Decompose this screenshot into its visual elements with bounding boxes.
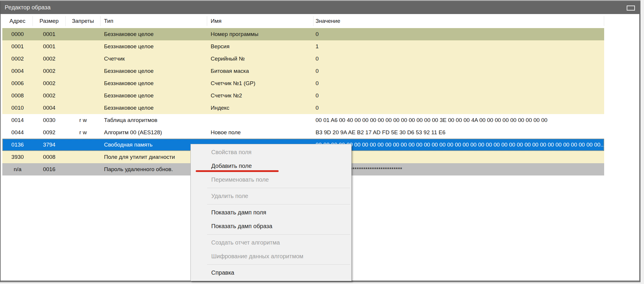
cell-address: 3930 — [2, 154, 33, 160]
cell-address: 0044 — [2, 129, 33, 136]
cell-name: Новое поле — [207, 129, 314, 136]
context-menu-item: Переименовать поле — [191, 173, 351, 187]
context-menu-separator — [207, 234, 350, 235]
cell-address: 0006 — [2, 80, 33, 87]
window-title: Редактор образа — [1, 4, 51, 11]
cell-value: 00 01 A6 00 40 00 00 00 00 00 00 00 00 0… — [314, 117, 604, 123]
table-row[interactable]: 0044 0092 r w Алгоритм 00 (AES128) Новое… — [2, 126, 604, 139]
cell-address: 0001 — [2, 43, 33, 50]
cell-size: 0030 — [33, 117, 66, 123]
context-menu-separator — [207, 204, 350, 204]
screen: Редактор образа Адрес Размер Запреты Тип… — [0, 0, 644, 284]
cell-size: 0004 — [33, 105, 66, 111]
column-header-flags[interactable]: Запреты — [66, 16, 100, 26]
cell-type: Таблица алгоритмов — [100, 117, 207, 123]
cell-flags: r w — [66, 129, 100, 136]
table-row[interactable]: 0010 0004 Беззнаковое целое Индекс 0 — [2, 102, 604, 114]
cell-value: 0 — [314, 68, 604, 74]
context-menu: Свойства поляДобавить полеПереименовать … — [190, 144, 352, 281]
maximize-icon — [627, 6, 635, 11]
cell-size: 3794 — [33, 142, 66, 148]
cell-size: 0002 — [33, 92, 66, 99]
cell-value: 1 — [314, 43, 604, 50]
cell-value: 00 00 00 00 00 00 00 00 00 00 00 00 00 0… — [314, 142, 604, 148]
cell-size: 0016 — [33, 166, 66, 173]
cell-value: B3 9D 20 9A AE B2 17 AD FD 5E 30 D6 53 9… — [314, 129, 604, 136]
context-menu-item: Свойства поля — [191, 145, 351, 159]
cell-value: **************************************** — [314, 166, 604, 173]
cell-type: Беззнаковое целое — [100, 92, 207, 99]
cell-value: 0 — [314, 31, 604, 37]
cell-type: Беззнаковое целое — [100, 105, 207, 111]
context-menu-item: Создать отчет алгоритма — [191, 236, 351, 249]
context-menu-item[interactable]: Справка — [191, 266, 351, 280]
column-header-name[interactable]: Имя — [207, 16, 314, 26]
column-header-size[interactable]: Размер — [33, 16, 66, 26]
column-header-value[interactable]: Значение — [314, 16, 604, 26]
cell-address: 0008 — [2, 92, 33, 99]
context-menu-separator — [207, 264, 350, 265]
cell-name: Номер программы — [207, 31, 314, 37]
cell-name: Индекс — [207, 105, 314, 111]
context-menu-item[interactable]: Показать дамп поля — [191, 206, 351, 219]
table-header: Адрес Размер Запреты Тип Имя Значение — [2, 14, 604, 28]
cell-value: 0 — [314, 92, 604, 99]
cell-address: 0014 — [2, 117, 33, 123]
cell-value: 0 — [314, 80, 604, 87]
cell-address: 0004 — [2, 68, 33, 74]
cell-size: 0002 — [33, 80, 66, 87]
cell-address: 0000 — [2, 31, 33, 37]
table-row[interactable]: 0004 0002 Беззнаковое целое Битовая маск… — [2, 65, 604, 77]
cell-value: 0 — [314, 56, 604, 62]
column-header-address[interactable]: Адрес — [2, 16, 33, 26]
cell-name: Версия — [207, 43, 314, 50]
context-menu-item: Удалить поле — [191, 189, 351, 203]
cell-name: Битовая маска — [207, 68, 314, 74]
cell-size: 0002 — [33, 56, 66, 62]
cell-type: Беззнаковое целое — [100, 31, 207, 37]
cell-size: 0008 — [33, 154, 66, 160]
cell-type: Беззнаковое целое — [100, 43, 207, 50]
cell-address: 0136 — [2, 142, 33, 148]
red-underline-annotation — [196, 170, 279, 172]
table-row[interactable]: 0002 0002 Счетчик Серийный № 0 — [2, 53, 604, 65]
table-row[interactable]: 0006 0002 Беззнаковое целое Счетчик №1 (… — [2, 77, 604, 89]
column-header-type[interactable]: Тип — [100, 16, 207, 26]
context-menu-separator — [207, 188, 350, 188]
table-row[interactable]: 0001 0001 Беззнаковое целое Версия 1 — [2, 40, 604, 53]
cell-type: Алгоритм 00 (AES128) — [100, 129, 207, 136]
cell-size: 0001 — [33, 43, 66, 50]
cell-name: Счетчик №1 (GP) — [207, 80, 314, 87]
cell-type: Беззнаковое целое — [100, 68, 207, 74]
cell-size: 0092 — [33, 129, 66, 136]
cell-address: n/a — [2, 166, 33, 173]
cell-value: 0 — [314, 105, 604, 111]
context-menu-item[interactable]: Показать дамп образа — [191, 219, 351, 233]
context-menu-item: Шифрование данных алгоритмом — [191, 249, 351, 263]
table-row[interactable]: 0008 0002 Беззнаковое целое Счетчик №2 0 — [2, 89, 604, 102]
cell-name: Счетчик №2 — [207, 92, 314, 99]
cell-type: Счетчик — [100, 56, 207, 62]
table-row[interactable]: 0000 0001 Беззнаковое целое Номер програ… — [2, 28, 604, 40]
maximize-button[interactable] — [626, 5, 636, 11]
cell-flags: r w — [66, 117, 100, 123]
cell-address: 0002 — [2, 56, 33, 62]
cell-name: Серийный № — [207, 56, 314, 62]
cell-address: 0010 — [2, 105, 33, 111]
table-row[interactable]: 0014 0030 r w Таблица алгоритмов 00 01 A… — [2, 114, 604, 126]
cell-size: 0001 — [33, 31, 66, 37]
titlebar[interactable]: Редактор образа — [1, 1, 639, 14]
cell-size: 0002 — [33, 68, 66, 74]
cell-type: Беззнаковое целое — [100, 80, 207, 87]
